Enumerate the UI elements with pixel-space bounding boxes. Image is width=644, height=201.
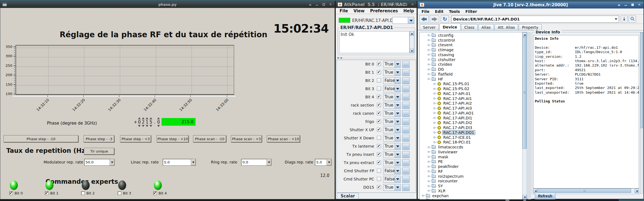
attribute-more-button[interactable]: ... xyxy=(402,143,409,150)
tree-row[interactable]: PE xyxy=(420,159,522,164)
attribute-value-combo[interactable]: True xyxy=(383,110,401,117)
spinner-digit[interactable]: + xyxy=(134,117,137,127)
tree-expand-icon[interactable] xyxy=(428,151,430,153)
attribute-value-combo[interactable]: True xyxy=(383,159,401,166)
menu-item[interactable]: View xyxy=(351,8,367,13)
menu-item[interactable]: Edit xyxy=(433,9,446,14)
spin-down-icon[interactable] xyxy=(138,125,141,127)
tree-item-label[interactable]: RAC.17-API.AI2 xyxy=(442,101,473,105)
chevron-down-icon[interactable] xyxy=(395,119,400,125)
tree-item-label[interactable]: ctcontrol xyxy=(437,38,456,42)
tree-row[interactable]: RAC.17-API.DO1 xyxy=(420,130,522,135)
attribute-more-button[interactable]: ... xyxy=(402,118,409,125)
chevron-down-icon[interactable] xyxy=(395,184,400,191)
scrollbar-thumb[interactable] xyxy=(640,32,643,128)
goto-icon[interactable]: ↓ xyxy=(621,16,628,23)
tir-unique-button[interactable]: Tir unique xyxy=(84,148,114,155)
chevron-down-icon[interactable] xyxy=(395,127,400,133)
refresh-button[interactable]: Refresh xyxy=(535,193,555,200)
attribute-checkbox[interactable] xyxy=(377,111,381,115)
shade-icon[interactable] xyxy=(390,3,394,6)
tree-expand-icon[interactable] xyxy=(433,83,435,85)
device-info-vertical-scrollbar[interactable] xyxy=(640,32,643,194)
chevron-down-icon[interactable] xyxy=(395,77,400,84)
attribute-checkbox[interactable] xyxy=(377,78,381,82)
chevron-down-icon[interactable] xyxy=(395,135,400,141)
tree-item-label[interactable]: RAC.18-PCI.01 xyxy=(442,140,471,144)
minimize-icon[interactable] xyxy=(624,3,628,7)
tree-expand-icon[interactable] xyxy=(433,112,435,114)
tree-expand-icon[interactable] xyxy=(428,180,430,182)
spin-up-icon[interactable] xyxy=(138,117,141,119)
chevron-down-icon[interactable] xyxy=(408,17,414,24)
tree-expand-icon[interactable] xyxy=(433,117,435,119)
rate-combo[interactable]: 0.0 xyxy=(241,159,272,166)
menu-item[interactable]: Tools xyxy=(447,9,462,14)
attribute-checkbox[interactable] xyxy=(377,103,381,107)
tree-item-label[interactable]: RAC.17-API.AI1 xyxy=(442,96,473,101)
tree-item-label[interactable]: liveviewer xyxy=(437,150,458,154)
tree-row[interactable]: SY xyxy=(420,183,522,188)
spin-down-icon[interactable] xyxy=(157,125,160,127)
tree-row[interactable]: RAC.17-API.AO1 xyxy=(420,111,522,116)
tree-expand-icon[interactable] xyxy=(433,127,435,129)
tab[interactable]: Class xyxy=(461,24,478,30)
chevron-down-icon[interactable] xyxy=(395,160,400,166)
tree-item-label[interactable]: RAC.17-API.DI3 xyxy=(442,125,473,130)
attribute-checkbox[interactable] xyxy=(377,169,381,173)
tree-row[interactable]: flatfield xyxy=(420,72,522,77)
tree-expand-icon[interactable] xyxy=(433,136,435,138)
checkbox-icon[interactable] xyxy=(45,191,49,195)
chevron-down-icon[interactable] xyxy=(395,61,400,67)
tree-item-label[interactable]: RAC.17-API.DI2 xyxy=(442,120,473,125)
chevron-down-icon[interactable] xyxy=(267,159,271,165)
tree-expand-icon[interactable] xyxy=(428,175,430,177)
tree-row[interactable]: RAC.17-ICE.01 xyxy=(420,135,522,140)
attribute-value-combo[interactable]: False xyxy=(383,77,401,84)
tree-expand-icon[interactable] xyxy=(428,49,430,51)
tree-expand-icon[interactable] xyxy=(433,131,435,133)
tree-item-label[interactable]: RAC.17-API.01 xyxy=(442,91,471,96)
tree-item-label[interactable]: RAC.17-API.AI3 xyxy=(442,106,473,110)
tree-expand-icon[interactable] xyxy=(428,161,430,163)
chevron-down-icon[interactable] xyxy=(191,159,196,165)
tree-row[interactable]: ctcontrol xyxy=(420,38,522,43)
tree-vertical-scrollbar[interactable] xyxy=(522,32,527,199)
tab[interactable]: Server xyxy=(420,24,439,30)
tree-expand-icon[interactable] xyxy=(428,156,430,158)
tree-expand-icon[interactable] xyxy=(428,64,430,65)
scrollbar-thumb[interactable] xyxy=(538,189,631,193)
refresh-icon[interactable]: ↻ xyxy=(441,15,449,23)
tab-scalar[interactable]: Scalar xyxy=(337,193,359,199)
minimize-icon[interactable] xyxy=(315,3,319,6)
tree-item-label[interactable]: XLR xyxy=(437,189,446,193)
tree-item-label[interactable]: peakfinder xyxy=(437,164,459,169)
close-icon[interactable] xyxy=(329,3,332,6)
attribute-checkbox[interactable] xyxy=(377,70,381,74)
tree-item-label[interactable]: limatacoccds xyxy=(437,145,464,149)
chevron-down-icon[interactable] xyxy=(395,110,400,117)
tree-expand-icon[interactable] xyxy=(428,68,430,70)
shade-icon[interactable] xyxy=(308,3,312,6)
tab[interactable]: Att. Alias xyxy=(495,24,518,30)
tree-row[interactable]: RAC.17-API.AI3 xyxy=(420,106,522,111)
checkbox-icon[interactable] xyxy=(118,191,121,195)
spin-down-icon[interactable] xyxy=(146,125,148,127)
attribute-checkbox[interactable] xyxy=(377,87,381,91)
chevron-down-icon[interactable] xyxy=(395,168,400,174)
tree-item-label[interactable]: ctvideo xyxy=(437,62,453,67)
tree-row[interactable]: RAC.17-API.01 xyxy=(420,91,522,96)
tree-expand-icon[interactable] xyxy=(428,185,430,187)
scroll-right-icon[interactable] xyxy=(635,189,639,193)
tree-expand-icon[interactable] xyxy=(433,88,435,90)
chevron-down-icon[interactable] xyxy=(395,69,400,76)
tree-expand-icon[interactable] xyxy=(428,73,430,75)
tab[interactable]: Device xyxy=(439,24,461,30)
phase-step-button[interactable]: Phase step - +3 xyxy=(120,135,151,142)
checkbox-icon[interactable] xyxy=(81,191,85,195)
tree-item-label[interactable]: ctimage xyxy=(437,48,454,52)
attribute-checkbox[interactable] xyxy=(377,136,381,140)
chevron-down-icon[interactable] xyxy=(615,18,617,20)
device-combo[interactable] xyxy=(392,17,414,24)
tree-item-label[interactable]: PE xyxy=(437,159,444,164)
